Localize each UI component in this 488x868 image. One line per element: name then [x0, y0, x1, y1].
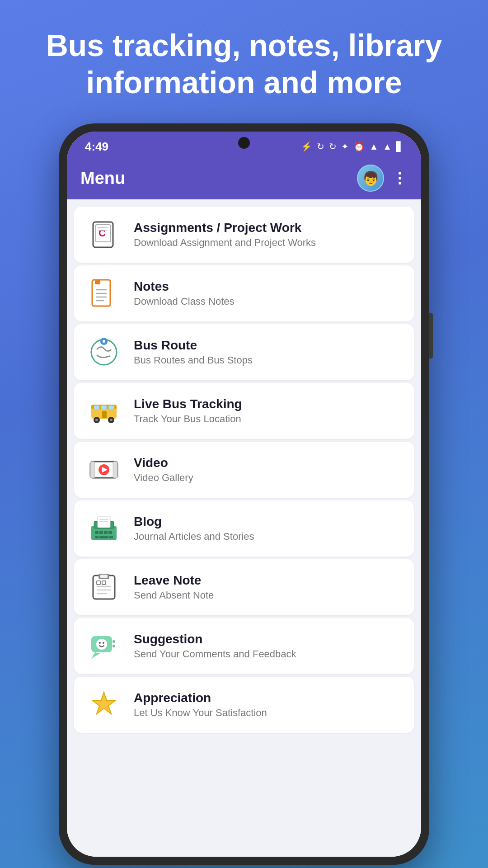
svg-rect-49 — [102, 581, 106, 585]
svg-rect-6 — [95, 280, 100, 284]
svg-point-54 — [103, 642, 104, 644]
alarm-icon: ⏰ — [353, 141, 365, 152]
live-bus-icon — [88, 395, 120, 427]
video-text: Video Video Gallery — [134, 456, 401, 484]
leave-note-icon-wrap — [87, 570, 121, 604]
svg-rect-27 — [113, 462, 117, 478]
notes-text: Notes Download Class Notes — [134, 279, 401, 307]
blog-text: Blog Journal Articles and Stories — [134, 514, 401, 542]
notes-icon — [88, 277, 120, 310]
notes-icon-wrap — [87, 276, 121, 311]
menu-item-live-bus[interactable]: Live Bus Tracking Track Your Bus Locatio… — [74, 383, 414, 439]
live-bus-title: Live Bus Tracking — [134, 397, 401, 411]
menu-item-notes[interactable]: Notes Download Class Notes — [74, 265, 414, 321]
svg-text:C: C — [99, 227, 106, 239]
video-title: Video — [134, 456, 401, 470]
menu-item-bus-route[interactable]: Bus Route Bus Routes and Bus Stops — [74, 324, 414, 380]
live-bus-subtitle: Track Your Bus Location — [134, 413, 401, 425]
notification-icon: ⚡ — [301, 141, 312, 152]
status-time: 4:49 — [85, 140, 108, 154]
assignments-title: Assignments / Project Work — [134, 221, 401, 235]
video-icon-wrap — [87, 453, 121, 487]
menu-item-video[interactable]: Video Video Gallery — [74, 442, 414, 498]
bus-route-icon-wrap — [87, 335, 121, 369]
assignments-icon-wrap: C — [87, 217, 121, 252]
leave-note-text: Leave Note Send Absent Note — [134, 573, 401, 601]
appreciation-text: Appreciation Let Us Know Your Satisfacti… — [134, 691, 401, 719]
app-icon: ✦ — [341, 141, 349, 152]
leave-note-icon — [88, 571, 120, 604]
svg-point-52 — [96, 639, 107, 650]
app-bar-title: Menu — [80, 169, 125, 188]
svg-marker-51 — [91, 652, 100, 659]
menu-item-appreciation[interactable]: Appreciation Let Us Know Your Satisfacti… — [74, 677, 414, 733]
phone-mockup: 4:49 ⚡ ↻ ↻ ✦ ⏰ ▲ ▲ ▋ Menu — [59, 123, 429, 865]
bus-route-title: Bus Route — [134, 338, 401, 353]
video-icon — [88, 453, 120, 486]
suggestion-title: Suggestion — [134, 632, 401, 646]
notes-subtitle: Download Class Notes — [134, 296, 401, 307]
app-bar: Menu 👦 ⋮ — [67, 159, 421, 199]
status-icons: ⚡ ↻ ↻ ✦ ⏰ ▲ ▲ ▋ — [301, 141, 403, 152]
assignments-subtitle: Download Assignment and Project Works — [134, 237, 401, 249]
suggestion-text: Suggestion Send Your Comments and Feedba… — [134, 632, 401, 660]
battery-icon: ▋ — [396, 141, 403, 152]
bus-route-text: Bus Route Bus Routes and Bus Stops — [134, 338, 401, 366]
live-bus-icon-wrap — [87, 394, 121, 428]
phone-screen: 4:49 ⚡ ↻ ↻ ✦ ⏰ ▲ ▲ ▋ Menu — [67, 132, 421, 857]
sync-icon2: ↻ — [329, 141, 337, 152]
appreciation-subtitle: Let Us Know Your Satisfaction — [134, 707, 401, 719]
svg-rect-48 — [97, 581, 100, 585]
assignments-icon: C — [88, 218, 120, 251]
svg-rect-36 — [95, 536, 99, 538]
hero-title: Bus tracking, notes, library information… — [0, 0, 488, 123]
svg-rect-38 — [109, 536, 113, 538]
suggestion-icon — [88, 630, 120, 662]
phone-frame: 4:49 ⚡ ↻ ↻ ✦ ⏰ ▲ ▲ ▋ Menu — [59, 123, 429, 865]
app-bar-actions: 👦 ⋮ — [357, 165, 408, 192]
avatar-image: 👦 — [362, 170, 379, 186]
svg-point-55 — [113, 640, 115, 643]
more-options-button[interactable]: ⋮ — [392, 170, 408, 187]
side-button — [429, 313, 433, 359]
appreciation-icon-wrap — [87, 688, 121, 722]
bus-route-subtitle: Bus Routes and Bus Stops — [134, 354, 401, 366]
svg-point-23 — [110, 419, 113, 421]
svg-point-53 — [99, 642, 101, 644]
bus-route-icon — [88, 336, 120, 368]
svg-rect-44 — [100, 575, 108, 578]
appreciation-icon — [88, 689, 120, 721]
menu-item-leave-note[interactable]: Leave Note Send Absent Note — [74, 559, 414, 615]
menu-list: C Assignments / Project Work Download As… — [67, 199, 421, 857]
blog-title: Blog — [134, 514, 401, 529]
svg-point-56 — [113, 645, 115, 647]
appreciation-title: Appreciation — [134, 691, 401, 705]
svg-rect-17 — [94, 406, 99, 409]
camera-notch — [238, 137, 250, 149]
live-bus-text: Live Bus Tracking Track Your Bus Locatio… — [134, 397, 401, 425]
menu-item-blog[interactable]: Blog Journal Articles and Stories — [74, 500, 414, 557]
blog-subtitle: Journal Articles and Stories — [134, 531, 401, 542]
svg-rect-24 — [102, 411, 107, 418]
svg-rect-34 — [104, 531, 108, 534]
leave-note-title: Leave Note — [134, 573, 401, 588]
blog-icon-wrap — [87, 511, 121, 546]
svg-rect-37 — [99, 536, 108, 538]
sync-icon: ↻ — [317, 141, 324, 152]
svg-rect-26 — [90, 462, 95, 478]
menu-item-assignments[interactable]: C Assignments / Project Work Download As… — [74, 207, 414, 263]
user-avatar[interactable]: 👦 — [357, 165, 384, 192]
svg-marker-57 — [92, 692, 116, 714]
svg-rect-35 — [108, 531, 112, 534]
notes-title: Notes — [134, 279, 401, 294]
svg-rect-19 — [108, 406, 114, 409]
video-subtitle: Video Gallery — [134, 472, 401, 484]
assignments-text: Assignments / Project Work Download Assi… — [134, 221, 401, 249]
svg-rect-18 — [101, 406, 107, 409]
hero-section: Bus tracking, notes, library information… — [0, 0, 488, 123]
menu-item-suggestion[interactable]: Suggestion Send Your Comments and Feedba… — [74, 618, 414, 674]
blog-icon — [88, 512, 120, 545]
suggestion-subtitle: Send Your Comments and Feedback — [134, 648, 401, 660]
signal-icon: ▲ — [383, 142, 392, 152]
leave-note-subtitle: Send Absent Note — [134, 590, 401, 601]
